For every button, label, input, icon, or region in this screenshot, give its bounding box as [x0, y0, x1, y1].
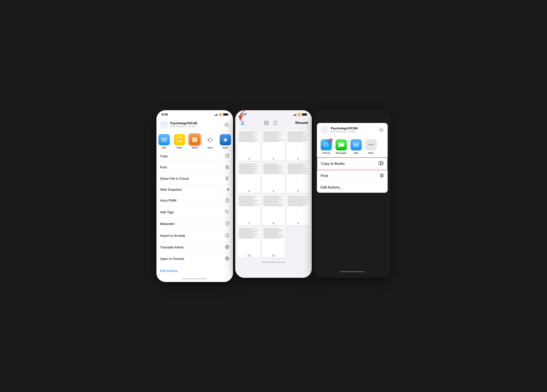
pdf-page-6[interactable]: 6: [287, 162, 310, 193]
bookmark-button[interactable]: [272, 119, 279, 126]
right-app-airdrop[interactable]: 2 AirDrop: [321, 139, 332, 154]
svg-rect-15: [209, 141, 210, 142]
app-books[interactable]: Books: [187, 134, 202, 149]
spark-label: Spark: [222, 146, 228, 149]
bitwarden-icon: [225, 221, 229, 227]
app-spark[interactable]: Spark: [218, 134, 233, 149]
file-subtitle: PDF Document · 91 KB: [170, 125, 224, 128]
page-num-1: 1: [248, 158, 250, 160]
websnapshot-label: Web Snapshot: [160, 188, 182, 192]
websnapshot-icon: P: [227, 188, 229, 192]
left-status-time: 8:54: [162, 113, 168, 116]
action-copy[interactable]: Copy: [157, 151, 233, 162]
action-translate[interactable]: Translate Article: [157, 242, 233, 253]
pdf-page-2[interactable]: 2: [262, 130, 285, 161]
right-close-button[interactable]: ✕: [378, 127, 384, 133]
notes-app-icon: [174, 134, 185, 145]
right-app-messages[interactable]: Messages: [335, 139, 347, 154]
right-app-mail[interactable]: Mail: [350, 139, 362, 154]
addtags-icon: [225, 210, 229, 215]
share-button[interactable]: [239, 119, 246, 126]
print-label: Print: [160, 166, 167, 169]
svg-rect-6: [195, 137, 197, 142]
action-websnapshot[interactable]: Web Snapshot P: [157, 185, 233, 195]
svg-rect-17: [226, 155, 228, 158]
action-chrome[interactable]: Open in Chrome: [157, 253, 233, 265]
mail-envelope-icon: [161, 137, 167, 142]
right-status-bar-spacer: [314, 110, 390, 119]
page-num-11: 11: [272, 254, 275, 257]
center-home-bar: [261, 262, 286, 263]
slack-app-icon: [204, 134, 216, 145]
svg-rect-28: [267, 121, 268, 123]
left-status-bar: 8:54 📶: [157, 110, 233, 118]
close-button[interactable]: ✕: [224, 122, 229, 127]
svg-point-23: [227, 200, 228, 201]
action-acrobat[interactable]: Import to Acrobat: [157, 230, 233, 242]
svg-point-24: [226, 211, 227, 211]
apps-scroll: Mail Notes: [157, 131, 233, 151]
screens-container: 8:54 📶 📄 PsychologyVOCAB PDF Document ·: [157, 110, 390, 282]
action-print-right[interactable]: Print: [317, 170, 388, 182]
action-edit-actions-right[interactable]: Edit Actions...: [317, 182, 388, 193]
app-notes[interactable]: Notes: [172, 134, 187, 149]
edit-actions-link[interactable]: Edit Actions...: [160, 269, 180, 273]
pdf-page-11[interactable]: 11: [262, 227, 285, 258]
pdf-page-8[interactable]: 8: [262, 194, 285, 225]
battery-icon: [223, 113, 228, 116]
books-label: Books: [192, 146, 198, 149]
more-icon: [365, 139, 377, 150]
svg-rect-30: [267, 123, 268, 125]
resume-button[interactable]: Resume: [295, 121, 308, 125]
copy-to-books-label: Copy to Books: [321, 162, 345, 166]
app-mail[interactable]: Mail: [157, 134, 172, 149]
svg-rect-37: [381, 176, 383, 177]
center-home-indicator: [235, 259, 312, 265]
pdf-page-1[interactable]: 1: [237, 130, 260, 161]
translate-label: Translate Article: [160, 246, 184, 249]
action-bitwarden[interactable]: Bitwarden: [157, 218, 233, 230]
pdf-page-4[interactable]: 4: [237, 162, 260, 193]
svg-rect-9: [208, 139, 209, 139]
books-icon-svg: [191, 136, 198, 143]
right-apps-row: 2 AirDrop: [317, 136, 388, 157]
pdf-page-3[interactable]: 3: [287, 130, 310, 161]
airdrop-label: AirDrop: [322, 152, 330, 154]
svg-rect-0: [161, 137, 167, 142]
pdf-page-10[interactable]: 10: [237, 227, 260, 258]
avira-icon: [225, 198, 229, 204]
right-app-more[interactable]: More: [365, 139, 377, 154]
page-num-6: 6: [297, 190, 299, 192]
action-copy-to-books[interactable]: Copy to Books: [317, 157, 388, 170]
svg-rect-1: [177, 137, 182, 142]
page-num-4: 4: [248, 190, 250, 192]
action-addtags[interactable]: Add Tags: [157, 207, 233, 218]
svg-rect-13: [211, 139, 212, 140]
grid-view-button[interactable]: [263, 119, 270, 126]
action-icloud[interactable]: Share File in iCloud: [157, 173, 233, 185]
svg-rect-35: [383, 162, 383, 165]
right-home-bar: [340, 271, 364, 272]
svg-rect-19: [226, 167, 228, 169]
action-avira[interactable]: Avira PWM: [157, 195, 233, 207]
svg-rect-11: [209, 138, 210, 139]
action-print[interactable]: Print: [157, 162, 233, 173]
chrome-label: Open in Chrome: [160, 257, 184, 261]
app-slack[interactable]: Slack: [202, 134, 218, 149]
notes-icon-svg: [176, 136, 183, 143]
copy-label: Copy: [160, 154, 168, 158]
pdf-page-7[interactable]: 7: [237, 194, 260, 225]
right-file-subtitle: PDF Document · 91 KB: [331, 130, 358, 133]
pdf-page-9[interactable]: 9: [287, 194, 310, 225]
center-battery-icon: [302, 113, 307, 116]
mail-label: Mail: [162, 146, 166, 149]
pdf-page-5[interactable]: 5: [262, 162, 285, 193]
action-list: Copy Print: [157, 151, 233, 265]
addtags-label: Add Tags: [160, 210, 174, 214]
page-num-3: 3: [297, 158, 299, 160]
page-num-5: 5: [272, 190, 275, 192]
left-phone: 8:54 📶 📄 PsychologyVOCAB PDF Document ·: [157, 110, 233, 282]
center-status-icons: 📶: [293, 113, 307, 116]
page-num-8: 8: [272, 222, 275, 225]
wifi-icon: 📶: [219, 113, 222, 116]
